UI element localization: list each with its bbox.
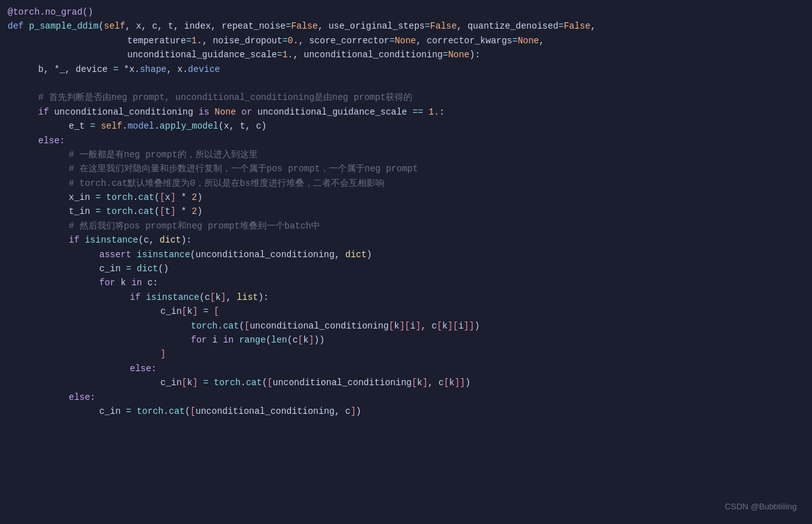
code-line-19: c_in = dict() — [0, 262, 812, 276]
code-line-2: def p_sample_ddim(self, x, c, t, index, … — [0, 19, 812, 33]
code-line-7: # 首先判断是否由neg prompt, unconditional_condi… — [0, 90, 812, 104]
code-line-16: # 然后我们将pos prompt和neg prompt堆叠到一个batch中 — [0, 219, 812, 233]
code-line-20: for k in c: — [0, 276, 812, 290]
watermark: CSDN @Bubbliiiing — [725, 500, 797, 514]
code-line-26: else: — [0, 362, 812, 376]
code-line-12: # 在这里我们对隐向量和步数进行复制，一个属于pos prompt，一个属于ne… — [0, 162, 812, 176]
code-line-25: ] — [0, 347, 812, 361]
decorator-1: @torch.no_grad() — [8, 5, 93, 19]
code-line-8: if unconditional_conditioning is None or… — [0, 105, 812, 119]
code-line-14: x_in = torch.cat([x] * 2) — [0, 190, 812, 204]
code-line-18: assert isinstance(unconditional_conditio… — [0, 248, 812, 262]
code-line-4: unconditional_guidance_scale=1., uncondi… — [0, 48, 812, 62]
code-line-5: b, *_, device = *x.shape, x.device — [0, 62, 812, 76]
code-line-29: c_in = torch.cat([unconditional_conditio… — [0, 404, 812, 418]
func-name: p_sample_ddim — [29, 19, 99, 33]
code-line-1: @torch.no_grad() — [0, 5, 812, 19]
code-line-10: else: — [0, 134, 812, 148]
code-line-11: # 一般都是有neg prompt的，所以进入到这里 — [0, 148, 812, 162]
code-line-9: e_t = self.model.apply_model(x, t, c) — [0, 119, 812, 133]
code-line-23: torch.cat([unconditional_conditioning[k]… — [0, 319, 812, 333]
code-line-22: c_in[k] = [ — [0, 304, 812, 318]
kw-def: def — [8, 19, 29, 33]
code-line-6 — [0, 76, 812, 90]
code-line-13: # torch.cat默认堆叠维度为0，所以是在bs维度进行堆叠，二者不会互相影… — [0, 176, 812, 190]
code-line-21: if isinstance(c[k], list): — [0, 290, 812, 304]
code-line-27: c_in[k] = torch.cat([unconditional_condi… — [0, 376, 812, 390]
code-container: @torch.no_grad() def p_sample_ddim(self,… — [0, 0, 812, 524]
code-line-28: else: — [0, 390, 812, 404]
code-line-17: if isinstance(c, dict): — [0, 233, 812, 247]
code-line-3: temperature=1., noise_dropout=0., score_… — [0, 34, 812, 48]
code-line-24: for i in range(len(c[k])) — [0, 333, 812, 347]
code-line-15: t_in = torch.cat([t] * 2) — [0, 204, 812, 218]
